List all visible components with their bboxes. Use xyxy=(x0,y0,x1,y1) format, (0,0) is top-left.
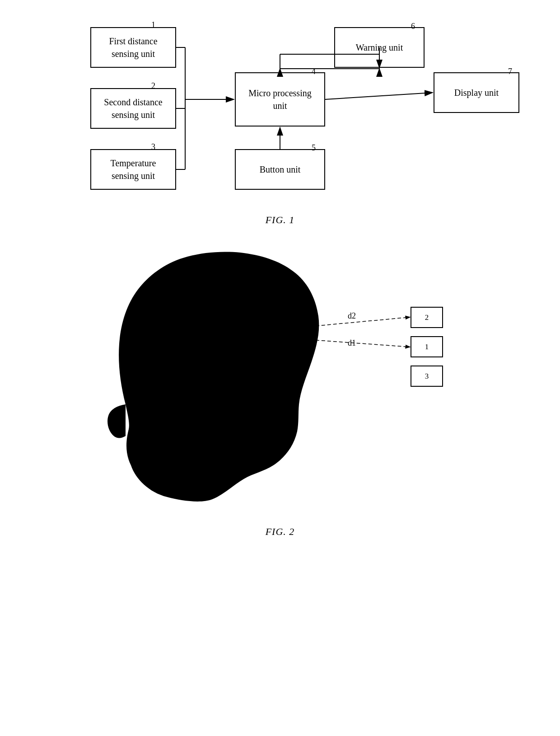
fig2-label: FIG. 2 xyxy=(266,526,295,538)
svg-text:2: 2 xyxy=(425,313,429,322)
ref-mark-6: 6 xyxy=(411,22,415,31)
box6-label: Warning unit xyxy=(356,41,403,54)
ref-mark-5: 5 xyxy=(312,143,316,153)
svg-text:1: 1 xyxy=(425,342,429,351)
svg-line-16 xyxy=(325,93,433,99)
svg-text:d1: d1 xyxy=(348,338,356,347)
box1-label: First distance sensing unit xyxy=(109,35,157,60)
box4-label: Micro processing unit xyxy=(248,87,311,112)
ref-mark-2: 2 xyxy=(151,81,155,91)
ref-mark-3: 3 xyxy=(151,142,155,152)
box5-label: Button unit xyxy=(260,163,301,176)
box3-label: Temperature sensing unit xyxy=(111,157,156,182)
box-first-distance: First distance sensing unit xyxy=(90,27,176,68)
ref-mark-7: 7 xyxy=(508,67,512,76)
box-button: Button unit xyxy=(235,149,325,190)
box2-label: Second distance sensing unit xyxy=(104,96,162,121)
svg-text:3: 3 xyxy=(425,372,429,380)
box-second-distance: Second distance sensing unit xyxy=(90,88,176,129)
fig1-section: First distance sensing unit Second dista… xyxy=(0,0,560,235)
box-display: Display unit xyxy=(434,72,519,113)
diagram2-svg: d2 d1 2 1 3 xyxy=(77,248,483,520)
ref-mark-4: 4 xyxy=(312,67,316,76)
box-micro-processing: Micro processing unit xyxy=(235,72,325,127)
page: First distance sensing unit Second dista… xyxy=(0,0,560,736)
box-temperature: Temperature sensing unit xyxy=(90,149,176,190)
fig2-section: d2 d1 2 1 3 FIG. 2 xyxy=(0,235,560,547)
diagram1: First distance sensing unit Second dista… xyxy=(77,18,483,208)
svg-text:d2: d2 xyxy=(348,311,356,320)
box-warning: Warning unit xyxy=(334,27,425,68)
fig1-label: FIG. 1 xyxy=(266,214,295,226)
diagram2: d2 d1 2 1 3 xyxy=(77,248,483,520)
ref-mark-1: 1 xyxy=(151,20,155,30)
box7-label: Display unit xyxy=(454,86,499,99)
